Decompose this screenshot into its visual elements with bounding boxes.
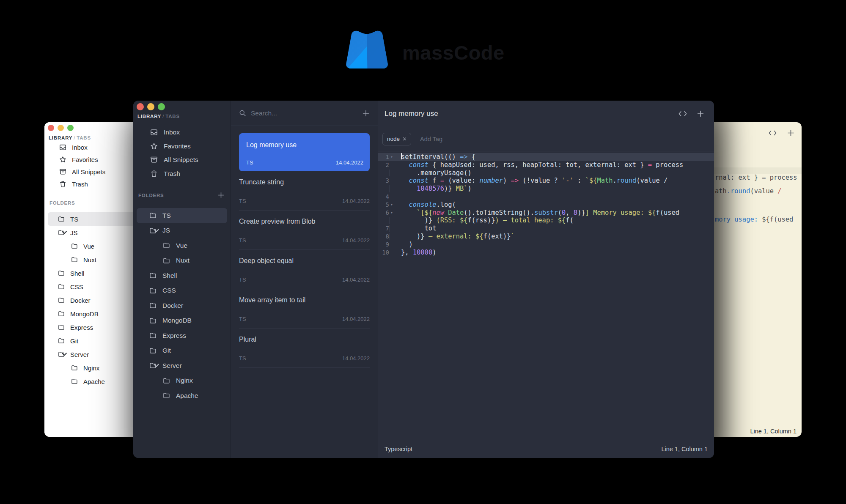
- search-input[interactable]: [250, 109, 354, 118]
- snippet-language-badge: TS: [246, 159, 253, 166]
- code-token: (: [558, 209, 562, 217]
- code-token: [401, 209, 417, 217]
- new-snippet-button[interactable]: [362, 110, 370, 117]
- code-token: number: [479, 177, 503, 185]
- code-token: ): [503, 177, 511, 185]
- gutter-pad: [394, 233, 401, 241]
- code-line-wrap: 1048576)} MB`): [378, 185, 714, 193]
- code-token: /: [777, 187, 781, 195]
- zoom-window-button[interactable]: [158, 103, 165, 110]
- code-token: )}: [444, 185, 456, 193]
- code-view-icon[interactable]: [678, 110, 687, 118]
- line-number: [378, 216, 389, 225]
- folder-label: Nuxt: [176, 257, 190, 264]
- folder-icon: [163, 377, 170, 384]
- star-icon: [59, 156, 66, 163]
- folder-item-express[interactable]: Express: [137, 328, 227, 343]
- new-snippet-button[interactable]: [787, 129, 795, 137]
- close-window-button[interactable]: [137, 103, 144, 110]
- code-line-wrap: )} (RSS: ${f(rss)}) – total heap: ${f(: [378, 216, 714, 225]
- code-editor[interactable]: 1▾setInterval(() => {2 const { heapUsed:…: [378, 151, 714, 440]
- snippet-list-item[interactable]: PluralTS14.04.2022: [239, 329, 370, 368]
- snippet-date: 14.04.2022: [342, 277, 370, 283]
- breadcrumb-tabs[interactable]: TABS: [77, 135, 91, 140]
- minimize-window-button[interactable]: [147, 103, 154, 110]
- folder-icon: [71, 378, 78, 385]
- tag-chip[interactable]: node: [382, 133, 411, 145]
- search-bar: [231, 101, 378, 126]
- fw-folders-header: FOLDERS: [137, 192, 227, 199]
- breadcrumb-library[interactable]: LIBRARY: [49, 135, 72, 140]
- folder-item-nuxt[interactable]: Nuxt: [137, 253, 227, 268]
- folder-item-docker[interactable]: Docker: [137, 298, 227, 313]
- sidebar-item-trash[interactable]: Trash: [137, 167, 227, 181]
- folder-icon: [58, 270, 65, 277]
- add-fragment-button[interactable]: [696, 110, 705, 118]
- snippet-list-item[interactable]: Deep object equalTS14.04.2022: [239, 250, 370, 289]
- fw-window-controls: [137, 102, 227, 110]
- folder-item-git[interactable]: Git: [137, 343, 227, 359]
- close-window-button[interactable]: [48, 125, 54, 131]
- fold-arrow-icon[interactable]: ▾: [389, 153, 394, 161]
- folder-icon: [71, 364, 78, 371]
- folder-item-mongodb[interactable]: MongoDB: [137, 313, 227, 329]
- chevron-down-icon[interactable]: [153, 227, 160, 234]
- folder-item-server[interactable]: Server: [137, 358, 227, 373]
- minimize-window-button[interactable]: [58, 125, 64, 131]
- language-label[interactable]: Typescript: [385, 446, 412, 452]
- sidebar-item-favorites[interactable]: Favorites: [137, 140, 227, 153]
- gutter-pad: [394, 193, 401, 201]
- snippet-list-item[interactable]: Create preview from BlobTS14.04.2022: [239, 211, 370, 250]
- breadcrumb-tabs[interactable]: TABS: [165, 114, 180, 119]
- folder-item-shell[interactable]: Shell: [137, 268, 227, 283]
- snippet-list-item-selected[interactable]: Log memory useTS14.04.2022: [239, 133, 370, 171]
- code-line: 9 ): [378, 241, 714, 249]
- fold-arrow-icon[interactable]: ▾: [389, 209, 394, 217]
- chevron-down-icon[interactable]: [153, 362, 160, 369]
- snippet-item-meta: TS14.04.2022: [246, 159, 363, 166]
- sidebar-item-label: All Snippets: [72, 168, 105, 175]
- folder-item-js[interactable]: JS: [137, 223, 227, 238]
- add-tag-input[interactable]: Add Tag: [420, 136, 442, 142]
- fw-sidebar: LIBRARY/TABS InboxFavoritesAll SnippetsT…: [133, 101, 231, 458]
- code-token: ath: [715, 187, 727, 195]
- code-view-icon[interactable]: [769, 129, 777, 137]
- folder-icon: [71, 243, 78, 249]
- sidebar-item-inbox[interactable]: Inbox: [137, 126, 227, 140]
- folder-item-vue[interactable]: Vue: [137, 238, 227, 253]
- snippet-list-item[interactable]: Move array item to tailTS14.04.2022: [239, 289, 370, 329]
- chevron-down-icon[interactable]: [61, 351, 68, 358]
- folder-item-css[interactable]: CSS: [137, 283, 227, 299]
- folder-item-nginx[interactable]: Nginx: [137, 373, 227, 389]
- snippet-item-title: Create preview from Blob: [239, 218, 316, 225]
- code-token: (value:: [444, 177, 479, 185]
- folder-item-ts[interactable]: TS: [137, 208, 227, 223]
- code-token: f(: [566, 216, 574, 225]
- code-token: .round: [727, 187, 750, 195]
- code-token: :: [574, 177, 585, 185]
- sidebar-item-all-snippets[interactable]: All Snippets: [137, 153, 227, 167]
- zoom-window-button[interactable]: [67, 125, 74, 131]
- folder-label: TS: [70, 216, 78, 223]
- breadcrumb: LIBRARY/TABS: [137, 114, 227, 119]
- snippet-list-item[interactable]: Truncate stringTS14.04.2022: [239, 171, 370, 211]
- fw-library-list: InboxFavoritesAll SnippetsTrash: [137, 126, 227, 181]
- chevron-down-icon[interactable]: [61, 229, 68, 236]
- code-line: 7 tot: [378, 225, 714, 233]
- code-token: (value /: [636, 177, 667, 185]
- snippet-item-title: Plural: [239, 336, 256, 343]
- fold-arrow-icon[interactable]: ▾: [389, 201, 394, 209]
- code-token: `[${: [417, 209, 432, 217]
- sidebar-item-label: Favorites: [72, 156, 98, 163]
- code-line: 5▾ console.log(: [378, 201, 714, 209]
- fold-gutter: [389, 241, 394, 249]
- code-fragment: ath.round(value /: [715, 187, 782, 195]
- snippet-date: 14.04.2022: [342, 355, 370, 362]
- add-folder-button[interactable]: [217, 192, 225, 199]
- folder-icon: [149, 212, 157, 219]
- folder-item-apache[interactable]: Apache: [137, 388, 227, 403]
- folder-label: Docker: [162, 302, 183, 310]
- breadcrumb-library[interactable]: LIBRARY: [137, 114, 161, 119]
- snippet-item-title: Log memory use: [246, 141, 297, 149]
- close-icon[interactable]: [403, 137, 407, 141]
